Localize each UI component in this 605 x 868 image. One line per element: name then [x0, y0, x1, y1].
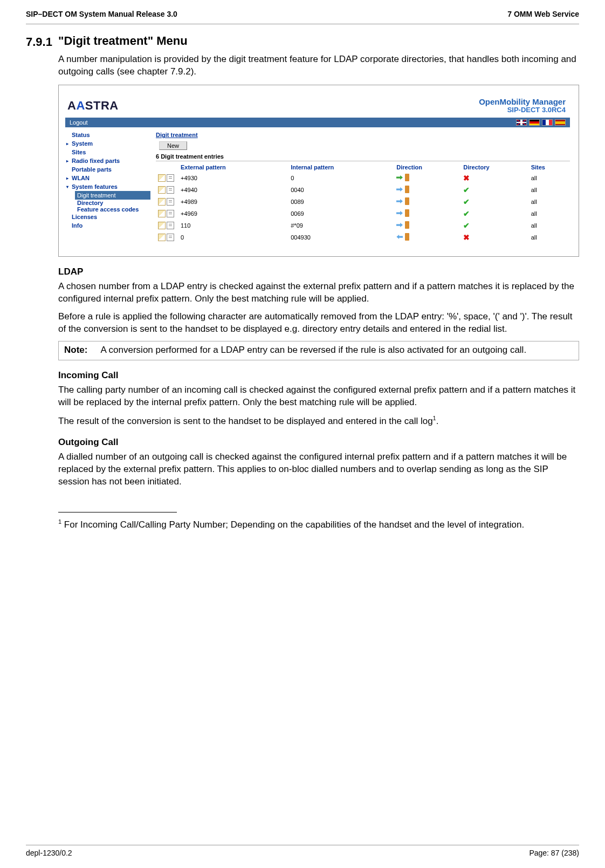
direction-icon: [396, 197, 409, 205]
edit-icon[interactable]: [158, 222, 166, 229]
ldap-p2: Before a rule is applied the following c…: [58, 311, 579, 336]
cell-sites: all: [529, 220, 570, 231]
cell-external: +4989: [178, 196, 288, 208]
direction-icon: [396, 174, 409, 181]
incoming-p1: The calling party number of an incoming …: [58, 384, 579, 409]
flag-es-icon[interactable]: [555, 119, 566, 126]
breadcrumb[interactable]: Digit treatment: [156, 131, 570, 141]
direction-icon: [396, 186, 409, 193]
check-icon: ✔: [463, 186, 470, 194]
header-right: 7 OMM Web Service: [507, 10, 579, 18]
cell-directory: ✔: [461, 208, 528, 220]
edit-icon[interactable]: [158, 198, 166, 206]
cell-direction: [394, 208, 461, 220]
flag-de-icon[interactable]: [529, 119, 540, 126]
nav-wlan[interactable]: WLAN: [65, 174, 150, 182]
delete-icon[interactable]: [167, 198, 174, 206]
table-row: 110#*09✔all: [156, 220, 570, 231]
nav-licenses[interactable]: Licenses: [65, 213, 150, 221]
table-row: +49300✖all: [156, 172, 570, 184]
direction-icon: [396, 209, 409, 217]
nav-fac[interactable]: Feature access codes: [65, 206, 150, 213]
delete-icon[interactable]: [167, 222, 174, 229]
direction-icon: [396, 221, 409, 229]
brand-logo: AASTRA: [67, 99, 119, 113]
nav-system[interactable]: System: [65, 139, 150, 148]
cell-internal: 0: [288, 172, 394, 184]
cell-sites: all: [529, 196, 570, 208]
footnote: 1 For Incoming Call/Calling Party Number…: [58, 518, 579, 531]
cell-external: +4969: [178, 208, 288, 220]
cell-directory: ✖: [461, 231, 528, 243]
x-icon: ✖: [463, 233, 470, 242]
delete-icon[interactable]: [167, 174, 174, 182]
col-directory: Directory: [461, 162, 528, 172]
nav-sysfeat[interactable]: System features: [65, 182, 150, 191]
cell-directory: ✔: [461, 196, 528, 208]
incoming-p2b: .: [436, 415, 439, 426]
cell-sites: all: [529, 231, 570, 243]
table-row: +49890089✔all: [156, 196, 570, 208]
col-external: External pattern: [178, 162, 288, 172]
edit-icon[interactable]: [158, 186, 166, 194]
nav-digit-treatment[interactable]: Digit treatment: [75, 191, 150, 200]
cell-direction: [394, 231, 461, 243]
nav-sites[interactable]: Sites: [65, 148, 150, 156]
cell-internal: 004930: [288, 231, 394, 243]
cell-sites: all: [529, 208, 570, 220]
cell-external: 0: [178, 231, 288, 243]
nav-directory[interactable]: Directory: [65, 200, 150, 206]
ldap-p1: A chosen number from a LDAP entry is che…: [58, 281, 579, 305]
cell-internal: #*09: [288, 220, 394, 231]
edit-icon[interactable]: [158, 234, 166, 241]
section-number: 7.9.1: [26, 35, 52, 49]
footer-left: depl-1230/0.2: [26, 849, 72, 857]
cell-internal: 0040: [288, 184, 394, 196]
delete-icon[interactable]: [167, 186, 174, 194]
note-label: Note:: [64, 345, 87, 356]
edit-icon[interactable]: [158, 210, 166, 217]
header-left: SIP–DECT OM System Manual Release 3.0: [26, 10, 177, 18]
section-title: "Digit treatment" Menu: [58, 34, 579, 48]
table-title: 6 Digit treatment entries: [156, 153, 570, 161]
x-icon: ✖: [463, 174, 470, 182]
ldap-heading: LDAP: [58, 266, 579, 277]
cell-internal: 0089: [288, 196, 394, 208]
col-internal: Internal pattern: [288, 162, 394, 172]
cell-external: +4940: [178, 184, 288, 196]
nav-info[interactable]: Info: [65, 221, 150, 230]
cell-sites: all: [529, 184, 570, 196]
footer-right: Page: 87 (238): [529, 849, 579, 857]
table-row: +49690069✔all: [156, 208, 570, 220]
nav-status[interactable]: Status: [65, 131, 150, 139]
intro-paragraph: A number manipulation is provided by the…: [58, 53, 579, 78]
outgoing-p: A dialled number of an outgoing call is …: [58, 451, 579, 488]
logo-part: STRA: [85, 99, 119, 112]
cell-internal: 0069: [288, 208, 394, 220]
delete-icon[interactable]: [167, 234, 174, 241]
flag-fr-icon[interactable]: [542, 119, 553, 126]
note-text: A conversion performed for a LDAP entry …: [100, 345, 526, 356]
direction-icon: [396, 233, 409, 241]
incoming-p2a: The result of the conversion is sent to …: [58, 415, 433, 426]
cell-directory: ✔: [461, 184, 528, 196]
language-flags: [516, 119, 566, 126]
note-box: Note: A conversion performed for a LDAP …: [58, 341, 579, 360]
app-title: OpenMobility Manager: [479, 97, 566, 106]
edit-icon[interactable]: [158, 174, 166, 182]
cell-direction: [394, 172, 461, 184]
nav-pp[interactable]: Portable parts: [65, 165, 150, 174]
new-button[interactable]: New: [159, 141, 187, 150]
incoming-heading: Incoming Call: [58, 370, 579, 381]
check-icon: ✔: [463, 221, 470, 230]
logout-link[interactable]: Logout: [70, 119, 88, 126]
outgoing-heading: Outgoing Call: [58, 437, 579, 448]
flag-uk-icon[interactable]: [516, 119, 527, 126]
delete-icon[interactable]: [167, 210, 174, 217]
table-row: 0004930✖all: [156, 231, 570, 243]
cell-sites: all: [529, 172, 570, 184]
omm-screenshot: AASTRA OpenMobility Manager SIP-DECT 3.0…: [58, 85, 579, 257]
nav-rfp[interactable]: Radio fixed parts: [65, 156, 150, 165]
page-footer: depl-1230/0.2 Page: 87 (238): [26, 845, 579, 857]
cell-external: 110: [178, 220, 288, 231]
